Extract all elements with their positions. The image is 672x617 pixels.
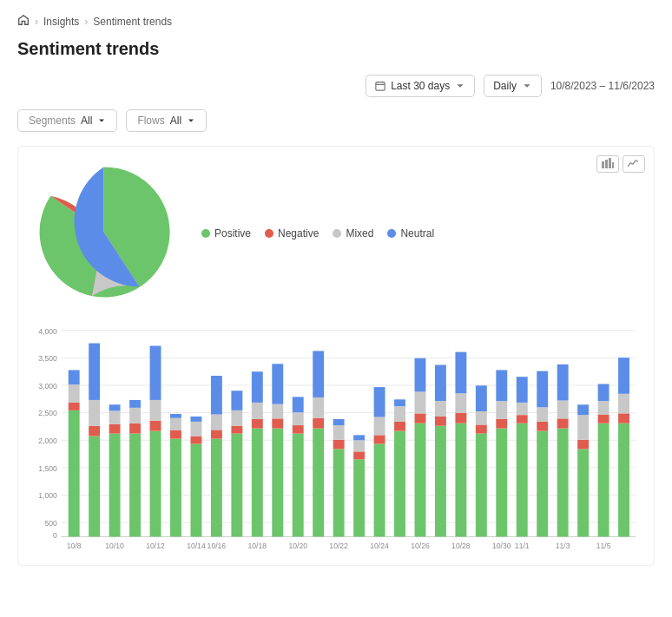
bar-segment-mixed	[476, 411, 487, 424]
bar-segment-negative	[577, 440, 589, 450]
bar-segment-negative	[170, 430, 181, 439]
breadcrumb-sep-1: ›	[35, 16, 38, 28]
bar-segment-neutral	[476, 385, 487, 411]
bar-segment-positive	[109, 434, 121, 537]
bar-segment-negative	[272, 418, 283, 428]
x-label: 10/26	[411, 542, 430, 548]
bar-segment-negative	[293, 425, 304, 434]
bar-segment-mixed	[293, 412, 304, 425]
chevron-down-icon	[97, 116, 106, 125]
chart-type-bar[interactable]	[596, 155, 619, 173]
bar-segment-neutral	[415, 358, 426, 392]
svg-rect-0	[376, 82, 385, 90]
segments-filter[interactable]: Segments All	[17, 109, 117, 132]
bar-segment-positive	[69, 410, 80, 537]
x-label: 10/20	[288, 542, 307, 548]
bar-segment-mixed	[69, 384, 80, 403]
bar-segment-positive	[496, 429, 507, 537]
bar-segment-neutral	[109, 404, 121, 410]
bar-segment-neutral	[190, 417, 201, 422]
bar-segment-mixed	[455, 393, 466, 413]
bar-segment-neutral	[69, 370, 80, 384]
bar-chart-svg: 4,000 3,500 3,000 2,500 2,000 1,500 1,00…	[32, 324, 640, 548]
date-display: 10/8/2023 – 11/6/2023	[550, 80, 655, 92]
bar-segment-positive	[557, 429, 569, 537]
bar-segment-negative	[517, 415, 528, 423]
bar-segment-neutral	[557, 364, 569, 401]
bar-segment-negative	[190, 436, 201, 444]
legend-dot	[333, 229, 341, 238]
bar-segment-neutral	[353, 435, 365, 440]
date-range-dropdown[interactable]: Last 30 days	[366, 75, 475, 97]
bar-segment-neutral	[394, 399, 405, 406]
bar-segment-neutral	[170, 414, 181, 418]
bar-segment-mixed	[89, 400, 100, 426]
x-label: 10/30	[492, 542, 511, 548]
bar-segment-positive	[129, 434, 141, 537]
bar-segment-mixed	[272, 404, 283, 419]
svg-rect-3	[609, 158, 611, 168]
bar-segment-positive	[415, 423, 426, 537]
legend-dot	[387, 229, 396, 238]
bar-segment-negative	[333, 440, 345, 450]
x-label: 11/5	[596, 542, 611, 548]
bar-segment-positive	[293, 434, 304, 537]
svg-rect-2	[605, 160, 608, 168]
bar-segment-neutral	[313, 351, 324, 397]
bar-segment-negative	[415, 413, 426, 423]
chart-container: PositiveNegativeMixedNeutral 4,000 3,500…	[17, 146, 655, 566]
bar-segment-negative	[618, 413, 629, 423]
legend-label: Neutral	[400, 227, 434, 240]
flows-value: All	[170, 115, 181, 127]
bar-segment-mixed	[150, 400, 161, 421]
bar-segment-negative	[211, 430, 222, 438]
bar-segment-neutral	[333, 419, 345, 425]
bar-segment-mixed	[435, 401, 446, 417]
flows-filter[interactable]: Flows All	[126, 109, 207, 132]
bar-segment-mixed	[577, 415, 589, 440]
bar-segment-neutral	[496, 370, 507, 401]
legend-item-mixed: Mixed	[333, 227, 373, 240]
svg-text:3,500: 3,500	[38, 354, 57, 363]
chart-type-line[interactable]	[623, 155, 645, 173]
granularity-dropdown[interactable]: Daily	[484, 75, 542, 97]
date-range-label: Last 30 days	[391, 80, 450, 92]
breadcrumb-insights[interactable]: Insights	[43, 16, 79, 28]
bar-segment-mixed	[537, 407, 548, 422]
bar-segment-mixed	[598, 401, 609, 414]
bar-segment-mixed	[211, 415, 222, 430]
svg-rect-4	[612, 162, 614, 168]
x-label: 11/3	[556, 542, 570, 548]
svg-text:3,000: 3,000	[38, 382, 57, 391]
x-label: 10/18	[248, 542, 267, 548]
x-label: 10/24	[370, 542, 389, 548]
bar-segment-positive	[537, 431, 548, 537]
bar-segment-positive	[517, 423, 528, 537]
svg-text:2,000: 2,000	[38, 436, 57, 445]
bar-segment-mixed	[313, 397, 324, 418]
legend-dot	[201, 229, 210, 238]
bar-segment-positive	[190, 443, 201, 536]
bar-segment-mixed	[231, 410, 242, 426]
bar-segment-mixed	[252, 403, 263, 419]
breadcrumb-current: Sentiment trends	[93, 16, 172, 28]
bar-segment-mixed	[557, 401, 569, 419]
svg-text:0: 0	[53, 531, 57, 540]
bar-segment-neutral	[231, 391, 242, 410]
bar-segment-mixed	[496, 401, 507, 419]
bar-segment-negative	[150, 421, 161, 431]
breadcrumb-sep-2: ›	[84, 16, 88, 28]
bar-segment-neutral	[252, 371, 263, 403]
bar-segment-mixed	[618, 394, 629, 414]
bar-segment-mixed	[129, 408, 141, 423]
page-title: Sentiment trends	[17, 39, 655, 59]
bar-segment-mixed	[190, 422, 201, 436]
chevron-down-icon-2	[187, 116, 195, 125]
bar-segment-neutral	[435, 365, 446, 402]
bar-segment-mixed	[109, 410, 121, 423]
bar-segment-neutral	[129, 400, 141, 408]
bar-segment-positive	[252, 429, 263, 537]
bar-segment-neutral	[272, 364, 283, 404]
x-label: 10/10	[105, 542, 124, 548]
svg-text:1,500: 1,500	[38, 464, 57, 473]
